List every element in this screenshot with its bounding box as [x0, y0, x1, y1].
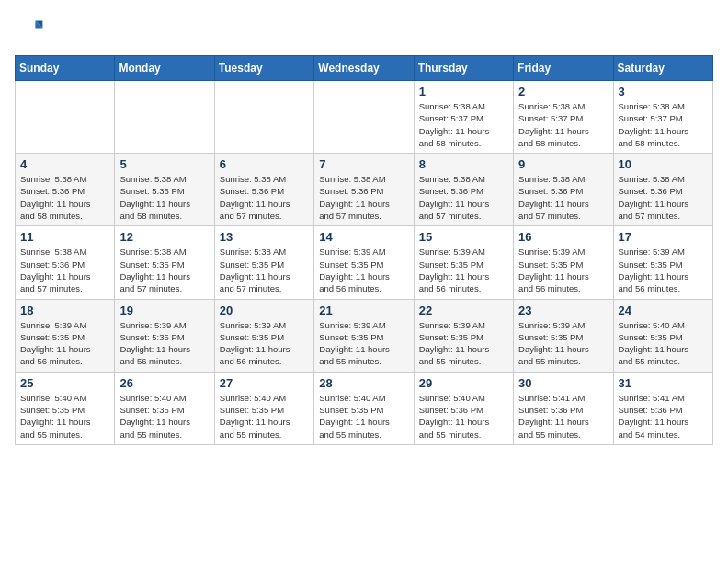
calendar-cell: 13Sunrise: 5:38 AM Sunset: 5:35 PM Dayli…	[214, 226, 313, 299]
day-info: Sunrise: 5:38 AM Sunset: 5:37 PM Dayligh…	[619, 100, 708, 149]
day-info: Sunrise: 5:38 AM Sunset: 5:37 PM Dayligh…	[518, 100, 608, 149]
day-info: Sunrise: 5:40 AM Sunset: 5:35 PM Dayligh…	[20, 392, 109, 441]
day-number: 10	[619, 157, 708, 171]
day-info: Sunrise: 5:38 AM Sunset: 5:36 PM Dayligh…	[220, 173, 309, 222]
day-info: Sunrise: 5:41 AM Sunset: 5:36 PM Dayligh…	[619, 392, 708, 441]
calendar-cell: 28Sunrise: 5:40 AM Sunset: 5:35 PM Dayli…	[314, 372, 414, 444]
day-number: 28	[319, 376, 408, 390]
day-number: 7	[319, 157, 408, 171]
calendar-cell: 19Sunrise: 5:39 AM Sunset: 5:35 PM Dayli…	[115, 299, 214, 372]
day-number: 19	[119, 304, 209, 317]
day-info: Sunrise: 5:41 AM Sunset: 5:36 PM Dayligh…	[518, 392, 608, 441]
day-number: 13	[220, 230, 309, 244]
calendar-week-2: 4Sunrise: 5:38 AM Sunset: 5:36 PM Daylig…	[16, 154, 713, 226]
day-number: 3	[619, 85, 708, 98]
weekday-header-sunday: Sunday	[16, 56, 115, 81]
calendar-cell	[314, 81, 414, 154]
calendar-cell: 17Sunrise: 5:39 AM Sunset: 5:35 PM Dayli…	[613, 226, 712, 299]
calendar-cell: 22Sunrise: 5:39 AM Sunset: 5:35 PM Dayli…	[414, 299, 513, 372]
calendar-cell: 10Sunrise: 5:38 AM Sunset: 5:36 PM Dayli…	[613, 154, 712, 226]
day-number: 18	[20, 304, 109, 317]
calendar-cell: 18Sunrise: 5:39 AM Sunset: 5:35 PM Dayli…	[16, 299, 115, 372]
day-info: Sunrise: 5:40 AM Sunset: 5:36 PM Dayligh…	[419, 392, 508, 441]
day-number: 30	[518, 376, 608, 390]
day-number: 4	[20, 157, 109, 171]
day-number: 20	[220, 304, 309, 317]
weekday-header-wednesday: Wednesday	[314, 56, 414, 81]
day-number: 21	[319, 304, 408, 317]
day-info: Sunrise: 5:39 AM Sunset: 5:35 PM Dayligh…	[518, 319, 608, 368]
day-info: Sunrise: 5:38 AM Sunset: 5:36 PM Dayligh…	[419, 173, 508, 222]
calendar-cell: 8Sunrise: 5:38 AM Sunset: 5:36 PM Daylig…	[414, 154, 513, 226]
calendar-week-3: 11Sunrise: 5:38 AM Sunset: 5:36 PM Dayli…	[16, 226, 713, 299]
day-number: 8	[419, 157, 508, 171]
day-info: Sunrise: 5:40 AM Sunset: 5:35 PM Dayligh…	[119, 392, 209, 441]
calendar-cell: 11Sunrise: 5:38 AM Sunset: 5:36 PM Dayli…	[16, 226, 115, 299]
calendar-week-5: 25Sunrise: 5:40 AM Sunset: 5:35 PM Dayli…	[16, 372, 713, 444]
day-info: Sunrise: 5:38 AM Sunset: 5:36 PM Dayligh…	[619, 173, 708, 222]
calendar-cell: 24Sunrise: 5:40 AM Sunset: 5:35 PM Dayli…	[613, 299, 712, 372]
day-info: Sunrise: 5:40 AM Sunset: 5:35 PM Dayligh…	[319, 392, 408, 441]
day-number: 9	[518, 157, 608, 171]
day-info: Sunrise: 5:39 AM Sunset: 5:35 PM Dayligh…	[119, 319, 209, 368]
day-number: 5	[119, 157, 209, 171]
calendar-cell: 7Sunrise: 5:38 AM Sunset: 5:36 PM Daylig…	[314, 154, 414, 226]
calendar-week-1: 1Sunrise: 5:38 AM Sunset: 5:37 PM Daylig…	[16, 81, 713, 154]
day-info: Sunrise: 5:38 AM Sunset: 5:36 PM Dayligh…	[119, 173, 209, 222]
day-info: Sunrise: 5:39 AM Sunset: 5:35 PM Dayligh…	[619, 246, 708, 294]
day-number: 24	[619, 304, 708, 317]
day-info: Sunrise: 5:38 AM Sunset: 5:37 PM Dayligh…	[419, 100, 508, 149]
day-number: 22	[419, 304, 508, 317]
day-number: 27	[220, 376, 309, 390]
day-number: 14	[319, 230, 408, 244]
day-number: 15	[419, 230, 508, 244]
day-info: Sunrise: 5:38 AM Sunset: 5:36 PM Dayligh…	[319, 173, 408, 222]
calendar-cell	[115, 81, 214, 154]
calendar-cell: 25Sunrise: 5:40 AM Sunset: 5:35 PM Dayli…	[16, 372, 115, 444]
calendar-cell: 6Sunrise: 5:38 AM Sunset: 5:36 PM Daylig…	[214, 154, 313, 226]
day-number: 11	[20, 230, 109, 244]
calendar-cell	[16, 81, 115, 154]
calendar-cell: 16Sunrise: 5:39 AM Sunset: 5:35 PM Dayli…	[514, 226, 613, 299]
day-info: Sunrise: 5:38 AM Sunset: 5:36 PM Dayligh…	[20, 173, 109, 222]
day-number: 16	[518, 230, 608, 244]
calendar-cell: 12Sunrise: 5:38 AM Sunset: 5:35 PM Dayli…	[115, 226, 214, 299]
calendar-cell: 3Sunrise: 5:38 AM Sunset: 5:37 PM Daylig…	[613, 81, 712, 154]
day-number: 2	[518, 85, 608, 98]
day-info: Sunrise: 5:40 AM Sunset: 5:35 PM Dayligh…	[619, 319, 708, 368]
calendar-cell: 1Sunrise: 5:38 AM Sunset: 5:37 PM Daylig…	[414, 81, 513, 154]
calendar-cell: 30Sunrise: 5:41 AM Sunset: 5:36 PM Dayli…	[514, 372, 613, 444]
calendar-week-4: 18Sunrise: 5:39 AM Sunset: 5:35 PM Dayli…	[16, 299, 713, 372]
day-info: Sunrise: 5:38 AM Sunset: 5:35 PM Dayligh…	[220, 246, 309, 294]
day-info: Sunrise: 5:39 AM Sunset: 5:35 PM Dayligh…	[419, 246, 508, 294]
calendar-cell	[214, 81, 313, 154]
weekday-header-saturday: Saturday	[613, 56, 712, 81]
day-number: 1	[419, 85, 508, 98]
day-number: 29	[419, 376, 508, 390]
day-info: Sunrise: 5:38 AM Sunset: 5:36 PM Dayligh…	[518, 173, 608, 222]
day-info: Sunrise: 5:39 AM Sunset: 5:35 PM Dayligh…	[20, 319, 109, 368]
day-number: 17	[619, 230, 708, 244]
day-info: Sunrise: 5:38 AM Sunset: 5:36 PM Dayligh…	[20, 246, 109, 294]
day-number: 6	[220, 157, 309, 171]
calendar-cell: 21Sunrise: 5:39 AM Sunset: 5:35 PM Dayli…	[314, 299, 414, 372]
weekday-header-friday: Friday	[514, 56, 613, 81]
day-number: 31	[619, 376, 708, 390]
day-number: 23	[518, 304, 608, 317]
day-number: 25	[20, 376, 109, 390]
calendar-cell: 9Sunrise: 5:38 AM Sunset: 5:36 PM Daylig…	[514, 154, 613, 226]
logo-icon	[15, 15, 44, 44]
day-info: Sunrise: 5:40 AM Sunset: 5:35 PM Dayligh…	[220, 392, 309, 441]
day-number: 12	[119, 230, 209, 244]
calendar-cell: 29Sunrise: 5:40 AM Sunset: 5:36 PM Dayli…	[414, 372, 513, 444]
calendar-cell: 23Sunrise: 5:39 AM Sunset: 5:35 PM Dayli…	[514, 299, 613, 372]
weekday-header-thursday: Thursday	[414, 56, 513, 81]
calendar-cell: 4Sunrise: 5:38 AM Sunset: 5:36 PM Daylig…	[16, 154, 115, 226]
calendar-cell: 20Sunrise: 5:39 AM Sunset: 5:35 PM Dayli…	[214, 299, 313, 372]
calendar-cell: 26Sunrise: 5:40 AM Sunset: 5:35 PM Dayli…	[115, 372, 214, 444]
weekday-header-tuesday: Tuesday	[214, 56, 313, 81]
logo	[15, 15, 48, 44]
day-info: Sunrise: 5:39 AM Sunset: 5:35 PM Dayligh…	[319, 246, 408, 294]
calendar-cell: 2Sunrise: 5:38 AM Sunset: 5:37 PM Daylig…	[514, 81, 613, 154]
day-number: 26	[119, 376, 209, 390]
